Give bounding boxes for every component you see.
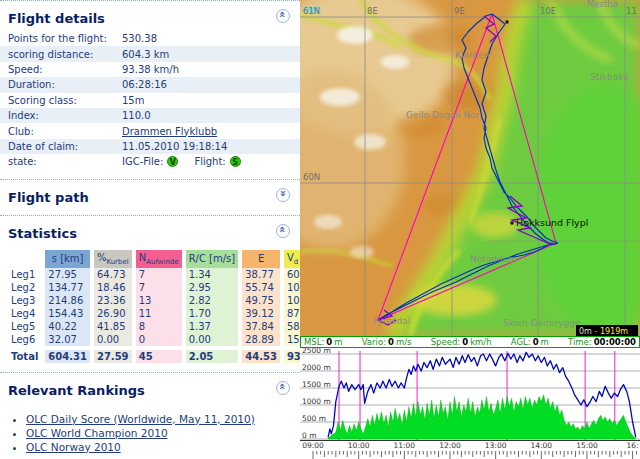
stats-value-cell: 41.85 (94, 320, 132, 333)
stats-value-cell: 27.95 (45, 268, 90, 281)
detail-label: Date of claim: (0, 141, 122, 152)
section-flight-path: Flight path « (0, 179, 300, 210)
detail-row: Speed:93.38 km/h (0, 62, 300, 77)
stats-value-cell: 7 (136, 281, 182, 294)
place-label: Fyresdal (373, 316, 410, 326)
x-axis-label: 14:00 (530, 441, 552, 450)
status-item: Vario:0m/s (362, 337, 412, 347)
status-value: 0 (388, 337, 394, 347)
stats-column-header: E (242, 250, 280, 268)
stats-value-cell: 154.43 (45, 307, 90, 320)
y-axis-label: 1500 m (302, 380, 331, 389)
ranking-link[interactable]: OLC Norway 2010 (26, 441, 121, 453)
stats-row: Leg3214.8623.36132.8249.75103.32 (8, 294, 337, 307)
leg-name-cell: Leg2 (8, 281, 41, 294)
leg-name-cell: Leg6 (8, 333, 41, 346)
status-label: Vario: (362, 337, 386, 347)
telemetry-status-bar: MSL:0mVario:0m/sSpeed:0km/hAGL:0mTime:00… (300, 336, 640, 348)
detail-value: 530.38 (122, 33, 300, 44)
leg-name-cell: Total (8, 350, 41, 363)
detail-row: Duration:06:28:16 (0, 77, 300, 92)
barogram-viewer[interactable]: 2500 m2000 m1500 m1000 m500 m0 m09:0010:… (300, 348, 640, 459)
stats-value-cell: 28.89 (242, 333, 280, 346)
stats-value-cell: 134.77 (45, 281, 90, 294)
turnpoint-marker (511, 222, 514, 225)
stats-value-cell: 11 (136, 307, 182, 320)
stats-value-cell: 0 (136, 333, 182, 346)
stats-value-cell: 37.84 (242, 320, 280, 333)
stats-value-cell: 0.00 (94, 333, 132, 346)
collapse-statistics-button[interactable]: « (276, 224, 290, 238)
barogram-chart[interactable]: 2500 m2000 m1500 m1000 m500 m0 m09:0010:… (300, 348, 640, 459)
detail-label: Points for the flight: (0, 33, 122, 44)
stats-value-cell: 40.22 (45, 320, 90, 333)
leg-name-cell: Leg3 (8, 294, 41, 307)
stats-value-cell: 64.73 (94, 268, 132, 281)
collapse-rankings-button[interactable]: « (276, 381, 290, 395)
status-unit: m (334, 337, 342, 347)
detail-label: Scoring class: (0, 95, 122, 106)
detail-label: Club: (0, 126, 122, 137)
grid-label: 11 (626, 6, 637, 16)
expand-flight-path-button[interactable]: « (276, 188, 290, 202)
stats-row: Leg632.070.0000.0028.89151.91 (8, 333, 337, 346)
leg-name-cell: Leg1 (8, 268, 41, 281)
stats-value-cell: 2.95 (186, 281, 239, 294)
place-label: Hokksund Flypl (516, 217, 588, 228)
collapse-flight-details-button[interactable]: « (276, 9, 290, 23)
y-axis-label: 1000 m (302, 397, 331, 406)
ranking-link[interactable]: OLC Daily Score (Worldwide, May 11, 2010… (26, 413, 255, 425)
y-axis-label: 500 m (302, 414, 326, 423)
detail-row: Index:110.0 (0, 108, 300, 123)
detail-label: Speed: (0, 64, 122, 75)
ranking-link[interactable]: OLC World Champion 2010 (26, 427, 168, 439)
flight-details-title: Flight details (8, 11, 105, 26)
detail-row: Date of claim:11.05.2010 19:18:14 (0, 139, 300, 154)
detail-value[interactable]: Drammen Flyklubb (122, 126, 300, 137)
stats-row: Leg127.9564.7371.3438.7760.77 (8, 268, 337, 281)
y-axis-label: 2500 m (302, 348, 331, 355)
grid-label: 9E (454, 6, 465, 16)
stats-value-cell: 18.46 (94, 281, 132, 294)
status-unit: m/s (396, 337, 412, 347)
stats-value-cell: 8 (136, 320, 182, 333)
state-row: state:IGC-File:VFlight:S (0, 154, 300, 169)
stats-value-cell: 39.12 (242, 307, 280, 320)
x-axis-label: 12:00 (439, 441, 461, 450)
olc-flight-page: Flight details « Points for the flight:5… (0, 0, 640, 459)
place-label: Geilo Dagali Nor (406, 110, 480, 120)
state-value: IGC-File:VFlight:S (122, 156, 300, 167)
stats-value-cell: 2.82 (186, 294, 239, 307)
detail-value: 11.05.2010 19:18:14 (122, 141, 300, 152)
section-rankings: Relevant Rankings « OLC Daily Score (Wor… (0, 372, 300, 459)
ranking-item: OLC Norway 2010 (26, 441, 300, 453)
stats-value-cell: 45 (136, 350, 182, 363)
place-label: Stikbakk (590, 72, 629, 82)
status-value: 0 (462, 337, 468, 347)
statistics-title: Statistics (8, 226, 77, 241)
detail-value: 604.3 km (122, 49, 300, 60)
detail-row: Scoring class:15m (0, 93, 300, 108)
stats-value-cell: 604.31 (45, 350, 90, 363)
x-axis-label: 16: (627, 441, 639, 450)
panel-bottom-divider (0, 455, 300, 459)
stats-value-cell: 1.37 (186, 320, 239, 333)
flight-map[interactable]: 61N8E9E10E1160NMesthaKlantenStikbakkGeil… (300, 0, 640, 336)
detail-label: Index: (0, 110, 122, 121)
flight-details-rows: Points for the flight:530.38scoring dist… (0, 31, 300, 170)
flight-map-viewer[interactable]: 61N8E9E10E1160NMesthaKlantenStikbakkGeil… (300, 0, 640, 336)
stats-value-cell: 1.70 (186, 307, 239, 320)
club-link[interactable]: Drammen Flyklubb (122, 126, 217, 137)
place-label: Mestha (587, 0, 618, 9)
status-item: AGL:0m (511, 337, 549, 347)
flight-info-panel: Flight details « Points for the flight:5… (0, 0, 300, 459)
igc-file-label: IGC-File: (122, 156, 163, 167)
stats-value-cell: 7 (136, 268, 182, 281)
ranking-item: OLC World Champion 2010 (26, 427, 300, 439)
state-label: state: (0, 156, 122, 167)
place-label: Skien Geiterygge (503, 318, 581, 328)
stats-column-header: s [km] (45, 250, 90, 268)
leg-name-cell: Leg4 (8, 307, 41, 320)
stats-value-cell: 38.77 (242, 268, 280, 281)
grid-label: 8E (367, 6, 378, 16)
